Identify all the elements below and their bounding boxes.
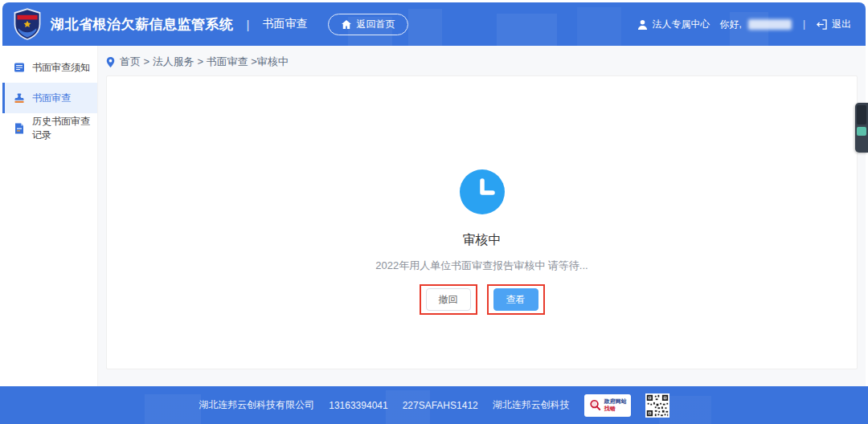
red-annotation-box: 撤回 <box>420 284 477 315</box>
title-divider: | <box>247 18 250 31</box>
status-stack: 审核中 2022年用人单位书面审查报告审核中 请等待... 撤回 查看 <box>375 169 588 315</box>
sidebar-item-label: 历史书面审查记录 <box>32 115 97 142</box>
home-icon <box>342 20 351 29</box>
greeting-label: 你好, <box>720 18 742 31</box>
return-home-label: 返回首页 <box>356 18 395 31</box>
header-left-group: 湖北省根治欠薪信息监管系统 | 书面审查 返回首页 <box>12 7 408 41</box>
gov-website-error-report-badge[interactable]: 政府网站 找错 <box>584 394 631 417</box>
status-title: 审核中 <box>463 232 502 249</box>
module-title: 书面审查 <box>262 17 307 31</box>
side-widget-teal-segment <box>857 127 866 136</box>
footer: 湖北连邦云创科技有限公司 13163394041 227SAFAHS1412 湖… <box>0 386 868 424</box>
sidebar-item-written-review[interactable]: 书面审查 <box>2 83 97 113</box>
side-widget-dark-segment <box>857 105 866 124</box>
status-card: 审核中 2022年用人单位书面审查报告审核中 请等待... 撤回 查看 <box>106 75 858 369</box>
logout-icon <box>817 19 827 30</box>
side-widget-body <box>855 136 868 153</box>
gov-badge-line1: 政府网站 <box>604 398 627 405</box>
stamp-icon <box>13 92 26 104</box>
user-icon <box>637 19 648 30</box>
system-title: 湖北省根治欠薪信息监管系统 <box>51 15 234 34</box>
notice-book-icon <box>13 61 26 74</box>
history-document-icon <box>13 122 26 135</box>
action-button-row: 撤回 查看 <box>420 284 545 315</box>
pending-clock-icon <box>460 169 505 214</box>
user-divider: | <box>803 18 805 30</box>
breadcrumb[interactable]: 首页 > 法人服务 > 书面审查 >审核中 <box>98 46 866 70</box>
location-pin-icon <box>106 57 115 67</box>
sidebar-item-label: 书面审查须知 <box>32 61 90 75</box>
gov-badge-texts: 政府网站 找错 <box>604 398 627 411</box>
magnifier-icon <box>588 398 602 412</box>
sidebar-item-review-history[interactable]: 历史书面审查记录 <box>2 113 97 144</box>
status-message: 2022年用人单位书面审查报告审核中 请等待... <box>375 259 588 273</box>
user-center-link[interactable]: 法人专属中心 <box>653 18 710 31</box>
footer-company-full: 湖北连邦云创科技有限公司 <box>199 398 314 412</box>
redacted-username <box>748 19 792 30</box>
side-float-widget[interactable] <box>855 103 868 153</box>
qr-code <box>645 393 669 418</box>
main-content: 首页 > 法人服务 > 书面审查 >审核中 审核中 2022年用人单位书面审查报… <box>98 46 866 386</box>
labor-supervision-badge-logo <box>12 7 43 41</box>
header-user-group: 法人专属中心 你好, | 退出 <box>637 18 851 31</box>
return-home-button[interactable]: 返回首页 <box>328 14 408 35</box>
logout-link[interactable]: 退出 <box>832 18 851 31</box>
view-button[interactable]: 查看 <box>493 288 538 311</box>
page: 湖北省根治欠薪信息监管系统 | 书面审查 返回首页 法人专属中心 你好, | 退… <box>0 0 868 424</box>
withdraw-button[interactable]: 撤回 <box>426 288 471 311</box>
sidebar: 书面审查须知 书面审查 历史书面审查记录 <box>2 46 98 386</box>
breadcrumb-path: 首页 > 法人服务 > 书面审查 >审核中 <box>120 55 289 69</box>
app-header: 湖北省根治欠薪信息监管系统 | 书面审查 返回首页 法人专属中心 你好, | 退… <box>2 2 866 46</box>
gov-badge-line2: 找错 <box>604 406 627 412</box>
footer-phone: 13163394041 <box>329 400 387 411</box>
footer-record-code: 227SAFAHS1412 <box>403 400 478 411</box>
sidebar-item-review-notice[interactable]: 书面审查须知 <box>2 52 97 83</box>
footer-company-short: 湖北连邦云创科技 <box>493 398 570 412</box>
red-annotation-box: 查看 <box>487 284 545 315</box>
sidebar-item-label: 书面审查 <box>32 92 71 105</box>
